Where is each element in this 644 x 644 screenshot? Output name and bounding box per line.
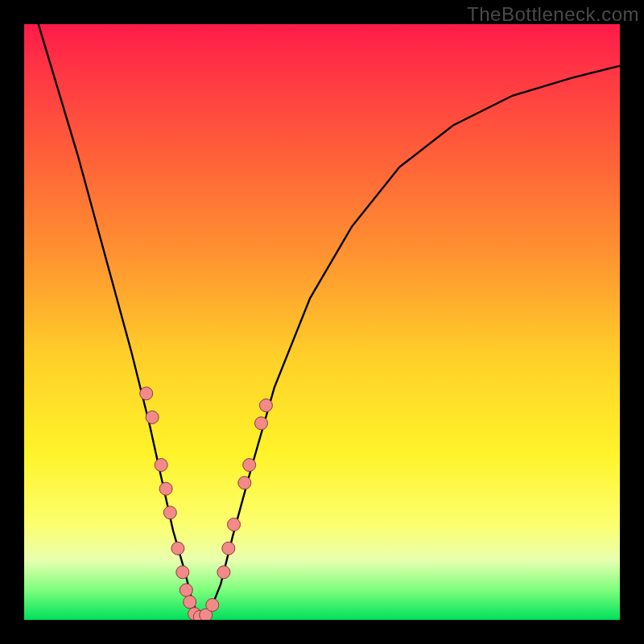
- scatter-dot: [180, 584, 192, 597]
- scatter-dot: [171, 542, 184, 555]
- scatter-dot: [238, 477, 251, 489]
- dots-svg: [24, 24, 620, 620]
- scatter-dot: [255, 417, 268, 430]
- scatter-dot: [146, 411, 159, 423]
- watermark-text: TheBottleneck.com: [467, 3, 639, 26]
- scatter-dot: [176, 566, 189, 579]
- scatter-dot: [163, 506, 176, 519]
- scatter-dot: [184, 596, 196, 609]
- scatter-dot: [259, 399, 272, 412]
- outer-frame: TheBottleneck.com: [0, 0, 644, 644]
- scatter-dot: [140, 387, 153, 400]
- scatter-dot: [243, 459, 256, 472]
- scatter-dot: [217, 566, 230, 579]
- scatter-dot: [159, 482, 172, 495]
- plot-area: [24, 24, 620, 620]
- scatter-dot: [222, 542, 235, 555]
- scatter-dot: [155, 459, 167, 472]
- scatter-dot: [206, 599, 219, 612]
- scatter-group: [140, 387, 273, 620]
- scatter-dot: [228, 518, 241, 531]
